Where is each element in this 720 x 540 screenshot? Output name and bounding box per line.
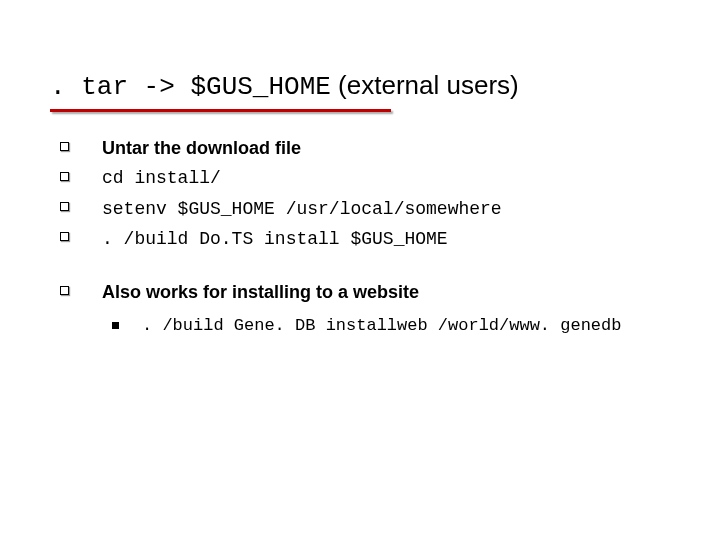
list-item-text: cd install/: [102, 168, 221, 188]
sub-list-item: . /build Gene. DB installweb /world/www.…: [102, 313, 670, 338]
sub-list-item-text: . /build Gene. DB installweb /world/www.…: [142, 316, 621, 335]
list-item: Untar the download file: [60, 136, 670, 161]
list-item: . /build Do.TS install $GUS_HOME: [60, 226, 670, 252]
list-item-text: Untar the download file: [102, 138, 301, 158]
slide: . tar -> $GUS_HOME (external users) Unta…: [0, 0, 720, 540]
bullet-list: Untar the download file cd install/ sete…: [60, 136, 670, 338]
title-mono-part: . tar -> $GUS_HOME: [50, 72, 331, 102]
list-item: cd install/: [60, 165, 670, 191]
list-item-text: Also works for installing to a website: [102, 282, 419, 302]
list-item: setenv $GUS_HOME /usr/local/somewhere: [60, 196, 670, 222]
title-rest-part: (external users): [331, 70, 519, 100]
slide-title: . tar -> $GUS_HOME (external users): [50, 70, 670, 103]
list-item-text: setenv $GUS_HOME /usr/local/somewhere: [102, 199, 502, 219]
list-item: Also works for installing to a website .…: [60, 280, 670, 338]
list-item-text: . /build Do.TS install $GUS_HOME: [102, 229, 448, 249]
sub-bullet-list: . /build Gene. DB installweb /world/www.…: [102, 313, 670, 338]
slide-body: Untar the download file cd install/ sete…: [50, 136, 670, 338]
title-underline: [50, 109, 391, 112]
